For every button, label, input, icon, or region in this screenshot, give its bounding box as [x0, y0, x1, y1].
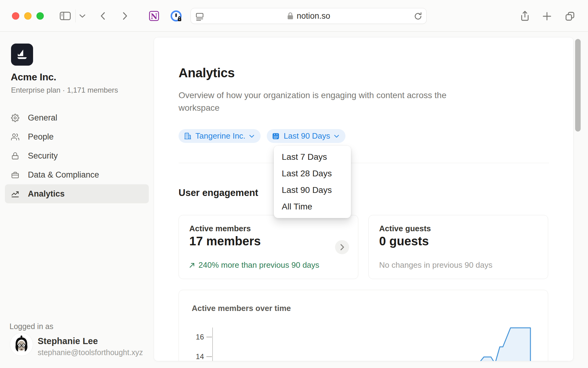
workspace-name: Acme Inc. — [11, 71, 56, 83]
sidebar-item-data-compliance[interactable]: Data & Compliance — [5, 165, 149, 184]
date-range-filter-pill[interactable]: Last 90 Days — [267, 129, 345, 143]
window-zoom-button[interactable] — [36, 12, 44, 20]
chevron-down-icon — [249, 134, 254, 138]
lock-icon — [11, 152, 19, 160]
active-members-chart-card: Active members over time 16 14 — [179, 290, 548, 361]
dropdown-option-last-28-days[interactable]: Last 28 Days — [274, 165, 351, 182]
analytics-trend-icon — [11, 190, 19, 198]
sidebar-item-analytics[interactable]: Analytics — [5, 184, 149, 203]
chevron-right-icon — [339, 243, 345, 251]
workspace-plan: Enterprise plan · 1,171 members — [11, 86, 118, 94]
date-range-dropdown-menu: Last 7 Days Last 28 Days Last 90 Days Al… — [274, 146, 351, 218]
card-label: Active guests — [379, 224, 431, 233]
active-guests-card: Active guests 0 guests No changes in pre… — [368, 215, 548, 279]
people-icon — [11, 133, 19, 141]
card-value: 17 members — [189, 234, 261, 248]
avatar — [10, 333, 33, 356]
section-title: User engagement — [179, 187, 258, 198]
user-name: Stephanie Lee — [38, 336, 98, 346]
calendar-icon — [272, 132, 280, 140]
window-minimize-button[interactable] — [24, 12, 32, 20]
url-text: notion.so — [297, 11, 330, 21]
members-over-time-chart — [179, 290, 548, 361]
svg-text:N: N — [151, 12, 157, 21]
trend-up-arrow-icon — [189, 262, 195, 269]
card-value: 0 guests — [379, 234, 429, 248]
sidebar-nav: General People Security — [5, 108, 149, 203]
dropdown-option-last-90-days[interactable]: Last 90 Days — [274, 182, 351, 198]
dropdown-option-last-7-days[interactable]: Last 7 Days — [274, 149, 351, 165]
chart-area — [480, 328, 530, 361]
card-note: No changes in previous 90 days — [379, 260, 492, 270]
section-divider — [179, 163, 549, 163]
safari-window: N — [0, 0, 588, 368]
card-delta-text: 240% more than previous 90 days — [198, 260, 319, 270]
building-icon — [183, 132, 192, 140]
card-label: Active members — [189, 224, 251, 233]
sailboat-icon — [15, 48, 29, 62]
sidebar-item-label: Security — [28, 151, 58, 161]
settings-content-panel: Analytics Overview of how your organizat… — [154, 37, 573, 361]
new-tab-icon[interactable] — [542, 11, 552, 21]
briefcase-icon — [11, 171, 19, 179]
logged-in-as-label: Logged in as — [9, 322, 53, 331]
workspace-filter-label: Tangerine Inc. — [195, 131, 245, 141]
workspace-filter-pill[interactable]: Tangerine Inc. — [179, 129, 261, 143]
sidebar-item-general[interactable]: General — [5, 108, 149, 127]
toolbar-separator — [75, 10, 76, 22]
browser-toolbar: N — [0, 0, 588, 32]
workspace-logo — [11, 44, 33, 66]
date-range-filter-label: Last 90 Days — [284, 131, 330, 141]
sidebar-item-security[interactable]: Security — [5, 146, 149, 165]
window-close-button[interactable] — [12, 12, 19, 20]
page-title: Analytics — [179, 66, 235, 80]
tab-overview-icon[interactable] — [564, 11, 575, 22]
forward-icon[interactable] — [120, 11, 129, 21]
chevron-down-icon — [334, 134, 339, 138]
active-members-card: Active members 17 members 240% more than… — [179, 215, 358, 279]
share-icon[interactable] — [519, 10, 530, 21]
scrollbar-thumb[interactable] — [575, 39, 581, 132]
onepassword-extension-icon[interactable] — [170, 10, 183, 22]
page-description: Overview of how your organization is eng… — [179, 89, 473, 114]
sidebar-item-label: Analytics — [28, 189, 65, 199]
sidebar-item-people[interactable]: People — [5, 127, 149, 146]
user-email: stephanie@toolsforthought.xyz — [38, 348, 143, 357]
sidebar-toggle-icon[interactable] — [59, 10, 71, 21]
gear-icon — [11, 114, 19, 122]
lock-icon — [287, 12, 294, 20]
notion-favicon-icon[interactable]: N — [148, 10, 160, 22]
toolbar-chevron-down-icon[interactable] — [79, 14, 86, 18]
card-chevron-right-button[interactable] — [335, 240, 349, 254]
reload-icon[interactable] — [413, 12, 423, 21]
dropdown-option-all-time[interactable]: All Time — [274, 198, 351, 215]
sidebar-item-label: Data & Compliance — [28, 170, 99, 180]
back-icon[interactable] — [99, 11, 108, 21]
url-bar[interactable]: notion.so — [190, 8, 427, 24]
sidebar-item-label: General — [28, 113, 57, 123]
sidebar-item-label: People — [28, 132, 54, 142]
settings-sidebar: Acme Inc. Enterprise plan · 1,171 member… — [0, 32, 154, 368]
